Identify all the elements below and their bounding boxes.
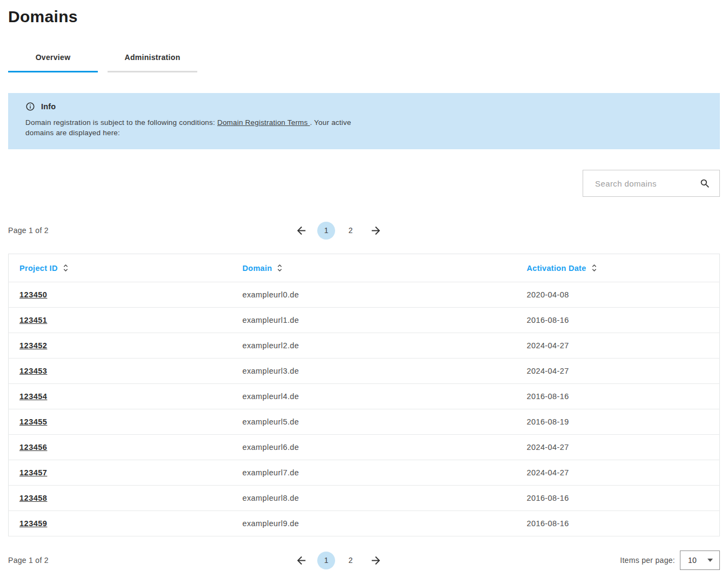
table-row: 123451 exampleurl1.de 2016-08-16 — [9, 308, 720, 333]
page-button-1[interactable]: 1 — [317, 552, 335, 569]
table-row: 123453 exampleurl3.de 2024-04-27 — [9, 359, 720, 384]
activation-date-cell: 2016-08-16 — [516, 384, 720, 409]
page-button-1[interactable]: 1 — [317, 222, 335, 240]
items-per-page-select[interactable]: 10 — [680, 551, 720, 570]
domain-cell: exampleurl6.de — [232, 435, 516, 460]
info-banner: Info Domain registration is subject to t… — [8, 93, 720, 149]
table-row: 123454 exampleurl4.de 2016-08-16 — [9, 384, 720, 409]
activation-date-cell: 2024-04-27 — [516, 435, 720, 460]
arrow-left-icon — [295, 554, 308, 567]
table-row: 123452 exampleurl2.de 2024-04-27 — [9, 333, 720, 359]
project-id-cell: 123459 — [9, 511, 232, 536]
activation-date-cell: 2016-08-16 — [516, 308, 720, 333]
column-header-project-id[interactable]: Project ID — [9, 254, 232, 282]
project-id-link[interactable]: 123457 — [19, 468, 47, 477]
project-id-cell: 123458 — [9, 486, 232, 511]
activation-date-cell: 2016-08-16 — [516, 511, 720, 536]
project-id-link[interactable]: 123453 — [19, 367, 47, 375]
sort-arrows-icon — [63, 263, 69, 273]
project-id-link[interactable]: 123456 — [19, 443, 47, 452]
domains-table: Project ID Domain — [8, 254, 720, 536]
activation-date-cell: 2020-04-08 — [516, 282, 720, 308]
project-id-cell: 123451 — [9, 308, 232, 333]
next-page-button[interactable] — [366, 551, 385, 570]
activation-date-cell: 2024-04-27 — [516, 333, 720, 359]
table-header-row: Project ID Domain — [9, 254, 720, 282]
page-button-2[interactable]: 2 — [342, 552, 359, 569]
project-id-cell: 123450 — [9, 282, 232, 308]
search-box — [583, 170, 720, 197]
project-id-link[interactable]: 123458 — [19, 494, 47, 502]
activation-date-cell: 2016-08-16 — [516, 486, 720, 511]
tab-administration-label: Administration — [125, 53, 181, 62]
page-button-2[interactable]: 2 — [342, 222, 359, 240]
tab-bar: Overview Administration — [8, 53, 720, 72]
domain-cell: exampleurl3.de — [232, 359, 516, 384]
previous-page-button[interactable] — [291, 221, 311, 240]
table-row: 123459 exampleurl9.de 2016-08-16 — [9, 511, 720, 536]
search-row — [8, 170, 720, 197]
domains-page: Domains Overview Administration Info Dom… — [0, 8, 728, 570]
column-header-domain[interactable]: Domain — [232, 254, 516, 282]
table-body: 123450 exampleurl0.de 2020-04-08 123451 … — [9, 282, 720, 536]
pagination-bottom: Page 1 of 2 1 2 Items per page: 10 — [8, 551, 720, 570]
arrow-right-icon — [370, 554, 382, 567]
search-input[interactable] — [594, 178, 698, 189]
activation-date-cell: 2024-04-27 — [516, 359, 720, 384]
project-id-link[interactable]: 123452 — [19, 341, 47, 350]
tab-administration[interactable]: Administration — [108, 53, 197, 72]
domain-cell: exampleurl4.de — [232, 384, 516, 409]
column-header-domain-label: Domain — [243, 264, 272, 273]
project-id-link[interactable]: 123455 — [19, 417, 47, 426]
table-row: 123455 exampleurl5.de 2016-08-19 — [9, 409, 720, 435]
tab-overview[interactable]: Overview — [8, 53, 98, 72]
domain-cell: exampleurl9.de — [232, 511, 516, 536]
domain-registration-terms-link[interactable]: Domain Registration Terms — [217, 118, 310, 127]
project-id-cell: 123456 — [9, 435, 232, 460]
tab-overview-label: Overview — [36, 53, 71, 62]
previous-page-button[interactable] — [291, 551, 311, 570]
project-id-link[interactable]: 123459 — [19, 519, 47, 528]
sort-arrows-icon — [277, 263, 283, 273]
arrow-right-icon — [370, 224, 382, 237]
column-header-project-id-label: Project ID — [19, 264, 58, 273]
activation-date-cell: 2024-04-27 — [516, 460, 720, 486]
caret-down-icon — [707, 559, 713, 562]
page-title: Domains — [8, 8, 720, 26]
project-id-cell: 123452 — [9, 333, 232, 359]
search-icon[interactable] — [698, 177, 712, 190]
domain-cell: exampleurl1.de — [232, 308, 516, 333]
pagination-top: Page 1 of 2 1 2 — [8, 221, 720, 240]
items-per-page-label: Items per page: — [620, 556, 675, 565]
sort-arrows-icon — [591, 263, 597, 273]
domain-cell: exampleurl2.de — [232, 333, 516, 359]
table-row: 123450 exampleurl0.de 2020-04-08 — [9, 282, 720, 308]
next-page-button[interactable] — [366, 221, 385, 240]
project-id-link[interactable]: 123454 — [19, 392, 47, 401]
project-id-link[interactable]: 123451 — [19, 316, 47, 324]
project-id-cell: 123455 — [9, 409, 232, 435]
info-title: Info — [41, 102, 56, 111]
info-text: Domain registration is subject to the fo… — [25, 118, 376, 138]
page-count-label: Page 1 of 2 — [8, 226, 49, 235]
project-id-cell: 123453 — [9, 359, 232, 384]
table-row: 123457 exampleurl7.de 2024-04-27 — [9, 460, 720, 486]
project-id-cell: 123454 — [9, 384, 232, 409]
items-per-page-value: 10 — [688, 556, 697, 565]
info-banner-header: Info — [25, 102, 703, 111]
info-text-before: Domain registration is subject to the fo… — [25, 118, 217, 127]
domain-cell: exampleurl5.de — [232, 409, 516, 435]
page-count-label: Page 1 of 2 — [8, 556, 49, 565]
table-row: 123458 exampleurl8.de 2016-08-16 — [9, 486, 720, 511]
column-header-activation-date-label: Activation Date — [527, 264, 586, 273]
activation-date-cell: 2016-08-19 — [516, 409, 720, 435]
info-icon — [25, 102, 35, 111]
domain-cell: exampleurl0.de — [232, 282, 516, 308]
project-id-link[interactable]: 123450 — [19, 290, 47, 299]
arrow-left-icon — [295, 224, 308, 237]
domain-cell: exampleurl8.de — [232, 486, 516, 511]
column-header-activation-date[interactable]: Activation Date — [516, 254, 720, 282]
project-id-cell: 123457 — [9, 460, 232, 486]
table-row: 123456 exampleurl6.de 2024-04-27 — [9, 435, 720, 460]
items-per-page: Items per page: 10 — [620, 551, 720, 570]
